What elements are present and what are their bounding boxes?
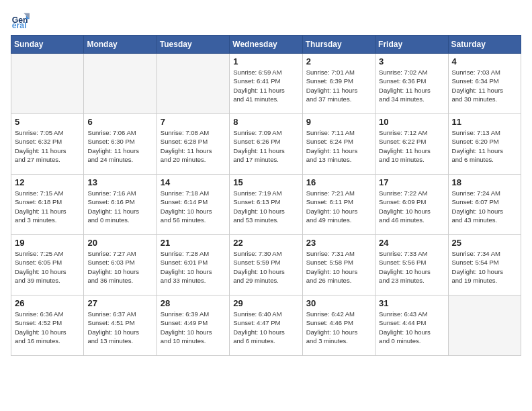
weekday-header-sunday: Sunday bbox=[11, 36, 84, 54]
day-number: 11 bbox=[452, 117, 517, 127]
weekday-header-tuesday: Tuesday bbox=[157, 36, 229, 54]
calendar-week-4: 19Sunrise: 7:25 AM Sunset: 6:05 PM Dayli… bbox=[11, 235, 521, 295]
day-number: 31 bbox=[379, 298, 444, 308]
calendar-cell: 9Sunrise: 7:11 AM Sunset: 6:24 PM Daylig… bbox=[302, 114, 375, 175]
day-info: Sunrise: 6:37 AM Sunset: 4:51 PM Dayligh… bbox=[87, 310, 152, 345]
calendar-cell: 25Sunrise: 7:34 AM Sunset: 5:54 PM Dayli… bbox=[448, 235, 521, 295]
day-number: 29 bbox=[233, 298, 298, 308]
calendar-cell: 24Sunrise: 7:33 AM Sunset: 5:56 PM Dayli… bbox=[375, 235, 448, 295]
calendar-week-5: 26Sunrise: 6:36 AM Sunset: 4:52 PM Dayli… bbox=[11, 295, 521, 356]
weekday-header-friday: Friday bbox=[375, 36, 448, 54]
day-info: Sunrise: 7:21 AM Sunset: 6:11 PM Dayligh… bbox=[306, 189, 371, 224]
day-number: 26 bbox=[15, 298, 80, 308]
day-info: Sunrise: 7:13 AM Sunset: 6:20 PM Dayligh… bbox=[452, 128, 517, 164]
calendar-cell bbox=[84, 54, 157, 114]
calendar-cell: 10Sunrise: 7:12 AM Sunset: 6:22 PM Dayli… bbox=[375, 114, 448, 175]
day-number: 12 bbox=[15, 177, 80, 187]
day-number: 8 bbox=[233, 117, 298, 127]
calendar-cell: 6Sunrise: 7:06 AM Sunset: 6:30 PM Daylig… bbox=[84, 114, 157, 175]
calendar-cell: 31Sunrise: 6:43 AM Sunset: 4:44 PM Dayli… bbox=[375, 295, 448, 356]
day-info: Sunrise: 7:25 AM Sunset: 6:05 PM Dayligh… bbox=[15, 249, 80, 285]
day-info: Sunrise: 7:31 AM Sunset: 5:58 PM Dayligh… bbox=[306, 249, 371, 285]
calendar-cell bbox=[11, 54, 84, 114]
calendar-cell: 20Sunrise: 7:27 AM Sunset: 6:03 PM Dayli… bbox=[84, 235, 157, 295]
day-number: 1 bbox=[233, 56, 298, 66]
calendar-week-2: 5Sunrise: 7:05 AM Sunset: 6:32 PM Daylig… bbox=[11, 114, 521, 175]
calendar-cell bbox=[448, 295, 521, 356]
day-info: Sunrise: 7:33 AM Sunset: 5:56 PM Dayligh… bbox=[379, 249, 444, 285]
page-header: Gen eral bbox=[11, 11, 521, 30]
day-number: 18 bbox=[452, 177, 517, 187]
calendar-cell: 26Sunrise: 6:36 AM Sunset: 4:52 PM Dayli… bbox=[11, 295, 84, 356]
calendar-cell: 27Sunrise: 6:37 AM Sunset: 4:51 PM Dayli… bbox=[84, 295, 157, 356]
day-info: Sunrise: 6:39 AM Sunset: 4:49 PM Dayligh… bbox=[161, 310, 226, 345]
day-info: Sunrise: 7:27 AM Sunset: 6:03 PM Dayligh… bbox=[87, 249, 152, 285]
day-number: 6 bbox=[87, 117, 152, 127]
calendar-week-1: 1Sunrise: 6:59 AM Sunset: 6:41 PM Daylig… bbox=[11, 54, 521, 114]
calendar-cell: 21Sunrise: 7:28 AM Sunset: 6:01 PM Dayli… bbox=[157, 235, 229, 295]
calendar-cell: 1Sunrise: 6:59 AM Sunset: 6:41 PM Daylig… bbox=[230, 54, 302, 114]
calendar-cell: 15Sunrise: 7:19 AM Sunset: 6:13 PM Dayli… bbox=[230, 175, 302, 235]
calendar-week-3: 12Sunrise: 7:15 AM Sunset: 6:18 PM Dayli… bbox=[11, 175, 521, 235]
calendar-cell: 23Sunrise: 7:31 AM Sunset: 5:58 PM Dayli… bbox=[302, 235, 375, 295]
day-info: Sunrise: 6:40 AM Sunset: 4:47 PM Dayligh… bbox=[233, 310, 298, 345]
calendar-cell: 8Sunrise: 7:09 AM Sunset: 6:26 PM Daylig… bbox=[230, 114, 302, 175]
logo-icon: Gen eral bbox=[11, 11, 30, 30]
weekday-header-wednesday: Wednesday bbox=[230, 36, 302, 54]
day-info: Sunrise: 6:43 AM Sunset: 4:44 PM Dayligh… bbox=[379, 310, 444, 345]
day-number: 10 bbox=[379, 117, 444, 127]
day-number: 25 bbox=[452, 238, 517, 248]
day-info: Sunrise: 7:09 AM Sunset: 6:26 PM Dayligh… bbox=[233, 128, 298, 164]
day-info: Sunrise: 6:42 AM Sunset: 4:46 PM Dayligh… bbox=[306, 310, 371, 345]
logo: Gen eral bbox=[11, 11, 32, 30]
calendar-cell: 19Sunrise: 7:25 AM Sunset: 6:05 PM Dayli… bbox=[11, 235, 84, 295]
calendar-cell: 4Sunrise: 7:03 AM Sunset: 6:34 PM Daylig… bbox=[448, 54, 521, 114]
calendar-cell: 17Sunrise: 7:22 AM Sunset: 6:09 PM Dayli… bbox=[375, 175, 448, 235]
day-number: 22 bbox=[233, 238, 298, 248]
day-number: 28 bbox=[161, 298, 226, 308]
day-number: 3 bbox=[379, 56, 444, 66]
day-info: Sunrise: 7:06 AM Sunset: 6:30 PM Dayligh… bbox=[87, 128, 152, 164]
calendar-cell: 22Sunrise: 7:30 AM Sunset: 5:59 PM Dayli… bbox=[230, 235, 302, 295]
day-number: 2 bbox=[306, 56, 371, 66]
calendar-cell: 7Sunrise: 7:08 AM Sunset: 6:28 PM Daylig… bbox=[157, 114, 229, 175]
day-number: 15 bbox=[233, 177, 298, 187]
day-number: 23 bbox=[306, 238, 371, 248]
day-number: 19 bbox=[15, 238, 80, 248]
calendar-table: SundayMondayTuesdayWednesdayThursdayFrid… bbox=[11, 35, 521, 356]
calendar-cell: 3Sunrise: 7:02 AM Sunset: 6:36 PM Daylig… bbox=[375, 54, 448, 114]
day-info: Sunrise: 7:15 AM Sunset: 6:18 PM Dayligh… bbox=[15, 189, 80, 224]
weekday-header-saturday: Saturday bbox=[448, 36, 521, 54]
day-number: 16 bbox=[306, 177, 371, 187]
calendar-cell: 29Sunrise: 6:40 AM Sunset: 4:47 PM Dayli… bbox=[230, 295, 302, 356]
calendar-header: SundayMondayTuesdayWednesdayThursdayFrid… bbox=[11, 36, 521, 54]
day-info: Sunrise: 6:36 AM Sunset: 4:52 PM Dayligh… bbox=[15, 310, 80, 345]
day-number: 30 bbox=[306, 298, 371, 308]
calendar-cell: 30Sunrise: 6:42 AM Sunset: 4:46 PM Dayli… bbox=[302, 295, 375, 356]
day-number: 21 bbox=[161, 238, 226, 248]
day-info: Sunrise: 7:18 AM Sunset: 6:14 PM Dayligh… bbox=[161, 189, 226, 224]
calendar-cell: 12Sunrise: 7:15 AM Sunset: 6:18 PM Dayli… bbox=[11, 175, 84, 235]
calendar-cell bbox=[157, 54, 229, 114]
calendar-body: 1Sunrise: 6:59 AM Sunset: 6:41 PM Daylig… bbox=[11, 54, 521, 356]
day-info: Sunrise: 7:22 AM Sunset: 6:09 PM Dayligh… bbox=[379, 189, 444, 224]
day-info: Sunrise: 7:08 AM Sunset: 6:28 PM Dayligh… bbox=[161, 128, 226, 164]
calendar-cell: 13Sunrise: 7:16 AM Sunset: 6:16 PM Dayli… bbox=[84, 175, 157, 235]
calendar-cell: 11Sunrise: 7:13 AM Sunset: 6:20 PM Dayli… bbox=[448, 114, 521, 175]
weekday-header-monday: Monday bbox=[84, 36, 157, 54]
day-info: Sunrise: 7:34 AM Sunset: 5:54 PM Dayligh… bbox=[452, 249, 517, 285]
day-number: 7 bbox=[161, 117, 226, 127]
day-info: Sunrise: 7:30 AM Sunset: 5:59 PM Dayligh… bbox=[233, 249, 298, 285]
day-number: 14 bbox=[161, 177, 226, 187]
calendar-cell: 28Sunrise: 6:39 AM Sunset: 4:49 PM Dayli… bbox=[157, 295, 229, 356]
day-number: 13 bbox=[87, 177, 152, 187]
day-number: 20 bbox=[87, 238, 152, 248]
day-info: Sunrise: 7:11 AM Sunset: 6:24 PM Dayligh… bbox=[306, 128, 371, 164]
day-info: Sunrise: 6:59 AM Sunset: 6:41 PM Dayligh… bbox=[233, 68, 298, 103]
day-info: Sunrise: 7:28 AM Sunset: 6:01 PM Dayligh… bbox=[161, 249, 226, 285]
day-number: 17 bbox=[379, 177, 444, 187]
day-number: 27 bbox=[87, 298, 152, 308]
calendar-cell: 16Sunrise: 7:21 AM Sunset: 6:11 PM Dayli… bbox=[302, 175, 375, 235]
day-number: 9 bbox=[306, 117, 371, 127]
day-info: Sunrise: 7:19 AM Sunset: 6:13 PM Dayligh… bbox=[233, 189, 298, 224]
